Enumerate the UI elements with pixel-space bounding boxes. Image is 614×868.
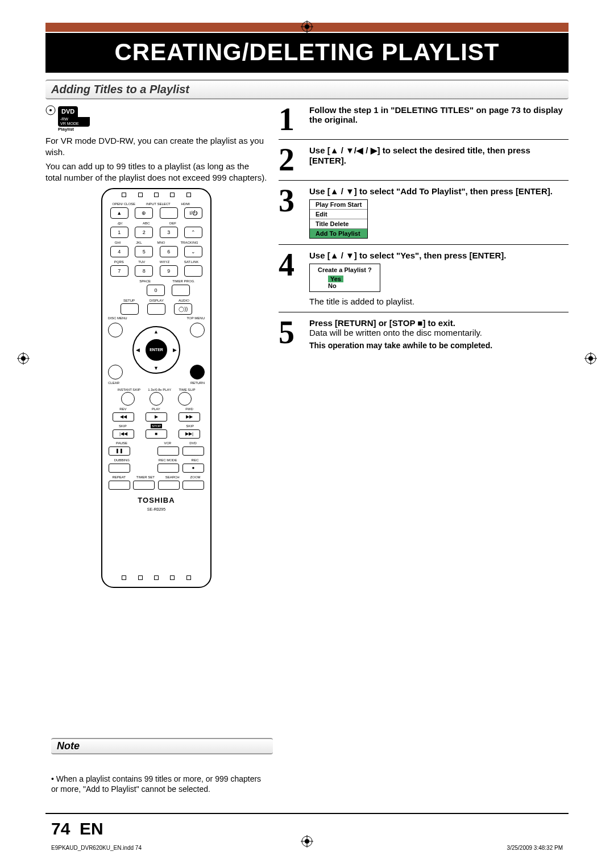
input-select-button: ⊕ [135,207,153,219]
right-column: 1 Follow the step 1 in "DELETING TITLES"… [279,105,569,588]
power-button: I/⏻ [184,207,202,219]
disc-menu-button [108,323,123,337]
intro-text-2: You can add up to 99 titles to a playlis… [45,161,267,184]
step-1: 1 Follow the step 1 in "DELETING TITLES"… [279,105,569,140]
registration-mark-icon [17,352,30,365]
model-label: SE-R0295 [102,507,210,512]
step-4-after: The title is added to playlist. [309,297,569,306]
page-number: 74 EN [51,819,103,838]
svg-point-17 [49,109,52,111]
speed-play-button [150,392,163,406]
pause-button: ❚❚ [109,446,130,456]
registration-mark-icon [301,835,313,848]
skip-fwd-button: ▶▶| [179,429,200,439]
num-3-button: 3 [160,227,178,238]
setup-button [121,303,139,315]
timer-prog-button [172,285,190,296]
num-0-button: 0 [147,285,165,296]
step-4-text: Use [▲ / ▼] to select "Yes", then press … [309,251,569,260]
step-5-text: Press [RETURN] or [STOP ■] to exit. [309,318,569,328]
num-8-button: 8 [135,265,153,277]
clear-label: CLEAR [108,381,119,385]
skip-back-button: |◀◀ [113,429,134,439]
ir-dots-icon [102,189,210,201]
num-2-button: 2 [135,227,153,238]
dpad: ▲ ▼ ◀ ▶ ENTER [132,326,180,374]
menu-item: Title Delete [310,219,367,229]
enter-button: ENTER [146,339,167,361]
audio-button: ◯)) [174,303,192,315]
note-heading: Note [51,738,273,754]
confirm-question: Create a Playlist ? [318,266,372,273]
confirm-no: No [328,282,337,289]
step-2-text: Use [▲ / ▼/◀ / ▶] to select the desired … [309,145,530,165]
return-button [190,365,205,379]
rec-mode-button [157,464,179,473]
footer-filename: E9PKAUD_DVR620KU_EN.indd 74 [51,845,142,851]
dvd-button [182,446,204,456]
arrow-up-icon: ▲ [154,328,159,335]
step-1-text: Follow the step 1 in "DELETING TITLES" o… [309,105,563,124]
rec-button: ● [182,464,204,473]
step-number: 2 [279,145,304,174]
registration-mark-icon [584,352,597,365]
step-2: 2 Use [▲ / ▼/◀ / ▶] to select the desire… [279,145,569,180]
step-3: 3 Use [▲ / ▼] to select "Add To Playlist… [279,186,569,245]
forward-button: ▶▶ [179,412,200,422]
instant-skip-button [121,392,135,406]
registration-mark-icon [301,20,313,33]
manual-page: CREATING/DELETING PLAYLIST Adding Titles… [0,0,614,868]
step-number: 4 [279,251,304,306]
channel-down-button: ⌄ [184,246,202,257]
onscreen-menu: Play From Start Edit Title Delete Add To… [309,199,368,239]
arrow-down-icon: ▼ [154,365,159,372]
vcr-button [157,446,179,456]
time-slip-button [178,392,192,406]
note-body: • When a playlist contains 99 titles or … [51,774,267,794]
arrow-right-icon: ▶ [173,347,177,353]
content-columns: DVD -RWVR MODE Playlist For VR mode DVD-… [45,105,569,588]
arrow-left-icon: ◀ [136,347,140,353]
remote-control-illustration: OPEN/ CLOSEINPUT SELECTHDMI ▲ ⊕ I/⏻ .@/:… [101,188,211,588]
num-7-button: 7 [110,265,128,277]
dvd-badge: DVD -RWVR MODE Playlist [58,105,90,133]
timer-set-button [133,481,155,490]
clear-button [108,365,123,379]
hdmi-button [160,207,178,219]
search-button [158,481,180,490]
menu-item: Edit [310,210,367,219]
disc-icon [45,105,56,118]
display-button [147,303,165,315]
num-4-button: 4 [110,246,128,257]
disc-menu-label: DISC MENU [108,316,127,320]
menu-item-selected: Add To Playlist [310,229,367,238]
footer-rule [45,813,569,814]
confirm-yes: Yes [328,276,343,282]
zoom-button [182,481,204,490]
brand-label: TOSHIBA [102,495,210,506]
open-close-button: ▲ [110,207,128,219]
satlink-button [184,265,202,277]
num-5-button: 5 [135,246,153,257]
step-3-text: Use [▲ / ▼] to select "Add To Playlist",… [309,186,569,196]
menu-item: Play From Start [310,200,367,210]
footer-timestamp: 3/25/2009 3:48:32 PM [507,845,563,851]
step-number: 3 [279,186,304,239]
confirm-dialog: Create a Playlist ? Yes No [309,264,380,292]
intro-text-1: For VR mode DVD-RW, you can create the p… [45,135,267,158]
num-6-button: 6 [160,246,178,257]
step-5: 5 Press [RETURN] or [STOP ■] to exit. Da… [279,318,569,356]
page-title: CREATING/DELETING PLAYLIST [45,33,569,73]
num-1-button: 1 [110,227,128,238]
play-button: ▶ [146,412,167,422]
top-menu-button [190,323,205,337]
wait-note: This operation may take awhile to be com… [309,341,569,350]
return-label: RETURN [190,381,205,385]
bottom-dots-icon [102,572,210,583]
top-menu-label: TOP MENU [187,316,205,320]
step-5-sub: Data will be written onto the disc momen… [309,328,569,337]
step-4: 4 Use [▲ / ▼] to select "Yes", then pres… [279,251,569,312]
rewind-button: ◀◀ [113,412,134,422]
section-heading: Adding Titles to a Playlist [45,80,569,99]
dubbing-button [109,464,130,473]
